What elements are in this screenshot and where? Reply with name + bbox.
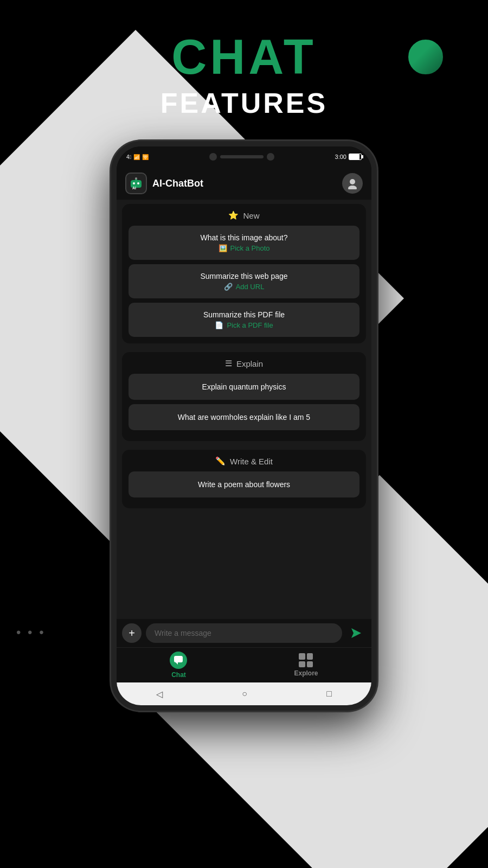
poem-flowers-button[interactable]: Write a poem about flowers — [129, 471, 359, 497]
add-url-action: 🔗 Add URL — [137, 283, 351, 291]
back-button[interactable]: ◁ — [156, 689, 163, 699]
pick-photo-button[interactable]: What is this image about? 🖼️ Pick a Phot… — [129, 226, 359, 260]
phone-body: 4⃣ 📶 🛜 3:00 — [111, 141, 377, 711]
explain-quantum-button[interactable]: Explain quantum physics — [129, 374, 359, 400]
write-section-label: Write & Edit — [230, 457, 273, 466]
phone-mockup: 4⃣ 📶 🛜 3:00 — [0, 141, 488, 711]
svg-text:AI: AI — [132, 186, 136, 190]
status-bar: 4⃣ 📶 🛜 3:00 — [117, 146, 371, 167]
chat-icon — [174, 655, 183, 665]
summarize-webpage-title: Summarize this web page — [137, 272, 351, 280]
add-attachment-button[interactable]: + — [122, 623, 142, 643]
user-silhouette-icon — [346, 177, 358, 189]
svg-rect-9 — [174, 656, 183, 662]
write-section-header: ✏️ Write & Edit — [129, 456, 359, 466]
svg-marker-10 — [176, 662, 178, 665]
home-button[interactable]: ○ — [242, 689, 247, 699]
app-name-label: AI-ChatBot — [152, 178, 203, 189]
pencil-icon: ✏️ — [215, 456, 226, 466]
image-icon: 🖼️ — [219, 244, 227, 252]
chat-nav-item[interactable]: Chat — [170, 652, 187, 679]
grid-dot-2 — [307, 653, 313, 660]
power-button — [375, 255, 377, 304]
speaker-bar — [220, 155, 264, 158]
svg-point-2 — [137, 182, 139, 184]
menu-icon: ☰ — [225, 359, 232, 368]
explain-section-header: ☰ Explain — [129, 359, 359, 368]
chat-nav-label: Chat — [171, 671, 186, 679]
new-section-header: ⭐ New — [129, 210, 359, 220]
recent-apps-button[interactable]: □ — [326, 689, 332, 699]
link-icon: 🔗 — [224, 283, 233, 291]
explain-quantum-text: Explain quantum physics — [137, 382, 351, 391]
phone-content: ⭐ New What is this image about? 🖼️ Pick … — [117, 200, 371, 619]
chat-bubble-icon — [170, 652, 187, 669]
notch-area — [209, 153, 274, 161]
grid-dot-3 — [299, 661, 305, 668]
poem-flowers-text: Write a poem about flowers — [137, 480, 351, 489]
explore-nav-item[interactable]: Explore — [294, 653, 318, 677]
time-battery: 3:00 — [335, 154, 362, 160]
svg-point-7 — [348, 186, 357, 189]
signal-indicators: 4⃣ 📶 🛜 — [126, 154, 149, 160]
svg-point-6 — [350, 179, 355, 184]
robot-icon: AI — [129, 176, 144, 191]
svg-point-1 — [133, 182, 135, 184]
new-section-label: New — [243, 211, 259, 220]
time-display: 3:00 — [335, 154, 346, 160]
svg-marker-8 — [351, 628, 361, 638]
system-nav-bar: ◁ ○ □ — [117, 682, 371, 705]
camera-notch — [209, 153, 217, 161]
pick-pdf-button[interactable]: Summarize this PDF file 📄 Pick a PDF fil… — [129, 303, 359, 337]
page-subtitle: FEATURES — [0, 87, 488, 119]
add-url-label: Add URL — [236, 283, 265, 291]
page-title: CHAT — [0, 33, 488, 81]
volume-down-button — [111, 271, 113, 304]
grid-dot-1 — [299, 653, 305, 660]
explain-section-card: ☰ Explain Explain quantum physics What a… — [122, 352, 366, 441]
battery-fill — [349, 154, 359, 159]
send-icon — [350, 627, 362, 639]
wormholes-text: What are wormholes explain like I am 5 — [137, 413, 351, 422]
write-section-card: ✏️ Write & Edit Write a poem about flowe… — [122, 450, 366, 508]
app-logo-area: AI AI-ChatBot — [125, 173, 203, 194]
add-url-button[interactable]: Summarize this web page 🔗 Add URL — [129, 264, 359, 298]
message-input[interactable]: Write a message — [146, 623, 342, 643]
pick-photo-title: What is this image about? — [137, 233, 351, 242]
pick-photo-action: 🖼️ Pick a Photo — [137, 244, 351, 252]
new-section-card: ⭐ New What is this image about? 🖼️ Pick … — [122, 204, 366, 343]
signal-bars: 📶 — [133, 154, 140, 160]
app-header: AI AI-ChatBot — [117, 167, 371, 200]
battery-icon — [349, 154, 362, 160]
message-input-area: + Write a message — [117, 619, 371, 647]
pick-photo-label: Pick a Photo — [230, 244, 270, 252]
app-logo-icon: AI — [125, 173, 147, 194]
volume-up-button — [111, 228, 113, 260]
pick-pdf-label: Pick a PDF file — [227, 321, 273, 329]
profile-avatar[interactable] — [342, 173, 363, 194]
pdf-icon: 📄 — [215, 321, 223, 329]
summarize-pdf-title: Summarize this PDF file — [137, 310, 351, 319]
pick-pdf-action: 📄 Pick a PDF file — [137, 321, 351, 329]
page-header: CHAT FEATURES — [0, 0, 488, 119]
explore-nav-label: Explore — [294, 669, 318, 677]
bottom-navigation: Chat Explore — [117, 647, 371, 682]
sensor-notch — [267, 153, 274, 161]
grid-dot-4 — [307, 661, 313, 668]
send-button[interactable] — [346, 623, 366, 643]
signal-text: 4⃣ — [126, 154, 131, 160]
wormholes-button[interactable]: What are wormholes explain like I am 5 — [129, 404, 359, 430]
explain-section-label: Explain — [236, 359, 263, 368]
svg-point-4 — [135, 177, 137, 180]
grid-icon — [299, 653, 313, 667]
star-icon: ⭐ — [228, 210, 239, 220]
wifi-icon: 🛜 — [142, 154, 149, 160]
